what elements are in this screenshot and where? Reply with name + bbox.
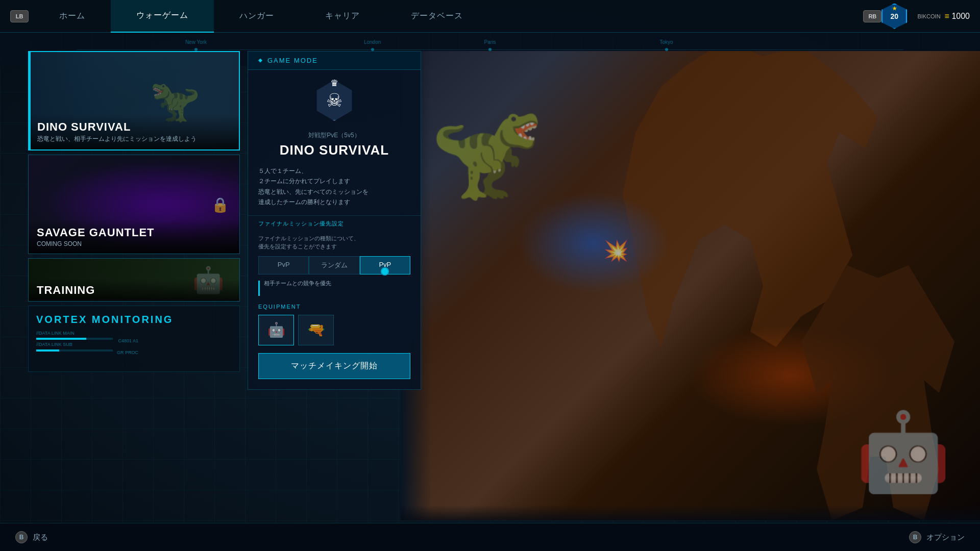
options-button-label: オプション — [926, 533, 965, 542]
training-card[interactable]: 🤖 TRAINING — [28, 258, 240, 302]
dino-card-title: DINO SURVIVAL — [37, 120, 231, 134]
data-sub-value: GR PROC — [117, 349, 138, 356]
gauntlet-card-subtitle: COMING SOON — [37, 240, 231, 247]
currency-symbol: ≡ — [945, 12, 949, 20]
gauntlet-card-title: SAVAGE GAUNTLET — [37, 226, 231, 239]
desc-line-2: ２チームに分かれてプレイします — [258, 176, 410, 186]
equipment-slots: 🤖 🔫 — [258, 315, 410, 345]
battle-glow — [517, 192, 670, 294]
equip-icon-1: 🤖 — [267, 321, 285, 338]
currency-amount: ≡ 1000 — [945, 12, 970, 21]
equip-slot-1[interactable]: 🤖 — [258, 315, 294, 345]
vortex-panel: VORTEX MONITORING //DATA LINK MAIN C4801… — [28, 306, 240, 372]
data-main-value: C4801 A1 — [118, 337, 138, 344]
game-mode-header-text: GAME MODE — [267, 57, 318, 64]
priority-tab-random[interactable]: ランダム — [309, 256, 359, 274]
player-level-badge: 20 ★ — [881, 4, 907, 29]
map-city-paris: Paris — [484, 39, 496, 45]
energy-blast: 💥 — [603, 239, 629, 263]
back-button[interactable]: B 戻る — [15, 531, 48, 543]
map-node-3 — [488, 48, 492, 51]
skull-badge: ♛ ☠ — [314, 80, 355, 121]
right-image-panel: 🦖 🤖 💥 — [401, 51, 980, 520]
desc-line-3: 恐竜と戦い、先にすべてのミッションを — [258, 187, 410, 197]
dino-card-subtitle: 恐竜と戦い、相手チームより先にミッションを達成しよう — [37, 135, 231, 143]
nav-database[interactable]: データベース — [385, 0, 488, 33]
map-node-2 — [371, 48, 374, 51]
mode-description: ５人で１チーム、 ２チームに分かれてプレイします 恐竜と戦い、先にすべてのミッシ… — [248, 166, 421, 208]
data-bar-sub-fill — [36, 349, 59, 352]
final-desc-2: 優先を設定することができます — [258, 242, 410, 251]
vortex-title: VORTEX MONITORING — [36, 314, 232, 325]
navbar: LB ホーム ウォーゲーム ハンガー キャリア データベース RB 20 ★ B… — [0, 0, 980, 33]
gauntlet-card-content: SAVAGE GAUNTLET COMING SOON — [29, 220, 239, 254]
priority-bar — [258, 281, 260, 296]
savage-gauntlet-card[interactable]: SAVAGE GAUNTLET COMING SOON 🔒 — [28, 155, 240, 254]
nav-hangar[interactable]: ハンガー — [214, 0, 300, 33]
mode-subtitle: 対戦型PvE（5v5） — [248, 131, 421, 140]
back-button-symbol[interactable]: B — [15, 531, 28, 543]
rb-button[interactable]: RB — [863, 10, 881, 22]
nav-career[interactable]: キャリア — [300, 0, 385, 33]
currency-value: 1000 — [951, 12, 970, 20]
mech-large: 🤖 — [855, 407, 951, 497]
matchmake-button[interactable]: マッチメイキング開始 — [258, 353, 410, 379]
training-card-title: TRAINING — [37, 284, 231, 297]
priority-tabs: PvP ランダム PvP — [258, 256, 410, 274]
options-button-symbol[interactable]: B — [909, 531, 921, 543]
training-card-content: TRAINING — [29, 280, 239, 301]
map-city-london: London — [364, 39, 381, 45]
lb-button[interactable]: LB — [10, 10, 29, 22]
dino-card-content: DINO SURVIVAL 恐竜と戦い、相手チームより先にミッションを達成しよう — [29, 114, 239, 149]
nav-wargame[interactable]: ウォーゲーム — [111, 0, 214, 33]
final-mission-label: ファイナルミッション優先設定 — [248, 215, 421, 232]
options-button[interactable]: B オプション — [909, 531, 965, 543]
nav-items: ホーム ウォーゲーム ハンガー キャリア データベース — [34, 0, 861, 33]
priority-note: 相手チームとの競争を優先 — [248, 280, 421, 298]
desc-line-1: ５人で１チーム、 — [258, 166, 410, 176]
data-bar-main: C4801 A1 — [36, 338, 113, 340]
lock-icon: 🔒 — [211, 196, 229, 213]
equip-slot-2[interactable]: 🔫 — [298, 315, 334, 345]
final-mission-desc: ファイナルミッションの種類について、 優先を設定することができます — [248, 232, 421, 256]
mode-title: DINO SURVIVAL — [248, 142, 421, 158]
desc-line-4: 達成したチームの勝利となります — [258, 197, 410, 207]
crown-symbol: ♛ — [330, 78, 338, 89]
header-diamond — [258, 59, 262, 63]
equipment-label: EQUIPMENT — [258, 304, 410, 310]
blend-bottom — [401, 505, 980, 520]
right-image-bg: 🦖 🤖 💥 — [401, 51, 980, 520]
bottom-bar: B 戻る B オプション — [0, 523, 980, 551]
map-node-1 — [194, 48, 198, 51]
currency-label: BIKCOIN — [917, 13, 940, 19]
vortex-data: //DATA LINK MAIN C4801 A1 //DATA LINK SU… — [36, 330, 232, 352]
game-mode-header: GAME MODE — [248, 52, 421, 70]
priority-tab-pvp[interactable]: PvP — [258, 256, 309, 274]
data-bar-sub: GR PROC — [36, 349, 113, 352]
active-indicator — [29, 52, 31, 149]
game-mode-panel: GAME MODE ♛ ☠ 対戦型PvE（5v5） DINO SURVIVAL … — [248, 51, 421, 390]
equipment-section: EQUIPMENT 🤖 🔫 — [248, 298, 421, 345]
map-city-tokyo: Tokyo — [660, 39, 673, 45]
data-link-main-label: //DATA LINK MAIN — [36, 330, 232, 337]
final-desc-1: ファイナルミッションの種類について、 — [258, 234, 410, 243]
dino-survival-card[interactable]: 🦖 DINO SURVIVAL 恐竜と戦い、相手チームより先にミッションを達成し… — [28, 51, 240, 151]
back-button-label: 戻る — [33, 533, 48, 542]
map-node-4 — [665, 48, 668, 51]
left-panel: 🦖 DINO SURVIVAL 恐竜と戦い、相手チームより先にミッションを達成し… — [28, 51, 240, 372]
mode-logo: ♛ ☠ — [311, 78, 357, 123]
dino-large: 🦖 — [430, 98, 545, 206]
priority-text: 相手チームとの競争を優先 — [264, 280, 331, 287]
skull-symbol: ☠ — [326, 90, 342, 111]
priority-tab-pvp2[interactable]: PvP — [360, 256, 410, 274]
map-city-newyork: New York — [185, 39, 207, 45]
nav-home[interactable]: ホーム — [34, 0, 111, 33]
currency-display: BIKCOIN ≡ 1000 — [917, 12, 970, 21]
nav-right: 20 ★ BIKCOIN ≡ 1000 — [881, 4, 970, 29]
equip-icon-2: 🔫 — [307, 321, 325, 338]
data-bar-main-fill — [36, 338, 86, 340]
